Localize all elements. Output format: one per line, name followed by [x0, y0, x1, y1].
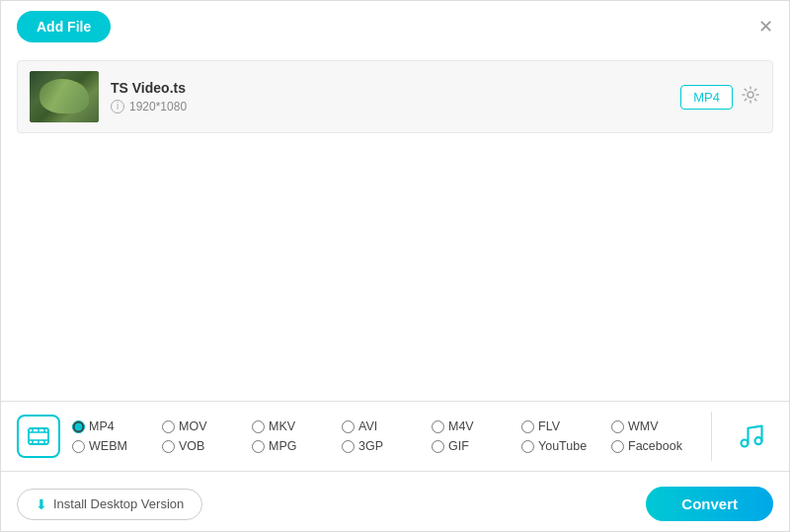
- file-meta: i 1920*1080: [111, 100, 680, 114]
- file-name: TS Video.ts: [111, 80, 680, 96]
- format-option-mkv[interactable]: MKV: [252, 419, 342, 433]
- format-label-mpg: MPG: [269, 439, 296, 453]
- format-label-youtube: YouTube: [538, 439, 587, 453]
- install-desktop-button[interactable]: ⬇ Install Desktop Version: [17, 489, 202, 520]
- radio-wmv[interactable]: [611, 420, 624, 433]
- close-button[interactable]: ✕: [758, 18, 773, 36]
- svg-point-10: [742, 440, 749, 447]
- format-label-flv: FLV: [538, 419, 560, 433]
- format-option-mp4[interactable]: MP4: [72, 419, 162, 433]
- format-option-3gp[interactable]: 3GP: [342, 439, 432, 453]
- thumbnail-image: [30, 71, 99, 122]
- format-label-facebook: Facebook: [628, 439, 682, 453]
- format-option-mov[interactable]: MOV: [162, 419, 252, 433]
- file-actions: MP4: [680, 85, 760, 110]
- format-label-webm: WEBM: [89, 439, 127, 453]
- format-label-wmv: WMV: [628, 419, 659, 433]
- radio-webm[interactable]: [72, 440, 85, 453]
- info-icon[interactable]: i: [111, 100, 124, 114]
- format-option-vob[interactable]: VOB: [162, 439, 252, 453]
- svg-point-0: [748, 92, 753, 98]
- format-option-flv[interactable]: FLV: [521, 419, 611, 433]
- file-thumbnail: [30, 71, 99, 122]
- music-icon[interactable]: [730, 415, 773, 458]
- file-info: TS Video.ts i 1920*1080: [111, 80, 680, 114]
- radio-mp4[interactable]: [72, 420, 85, 433]
- radio-mpg[interactable]: [252, 440, 265, 453]
- radio-avi[interactable]: [342, 420, 355, 433]
- install-label: Install Desktop Version: [53, 496, 184, 511]
- radio-gif[interactable]: [432, 440, 444, 453]
- convert-button[interactable]: Convert: [646, 487, 773, 521]
- radio-flv[interactable]: [521, 420, 534, 433]
- format-badge-button[interactable]: MP4: [680, 85, 733, 110]
- film-icon: [27, 424, 50, 448]
- vertical-divider: [711, 412, 712, 461]
- format-options-grid: MP4 MOV MKV AVI M4V FLV WMV WEBM: [72, 419, 701, 453]
- radio-vob[interactable]: [162, 440, 175, 453]
- video-format-icon: [17, 415, 60, 458]
- main-content: TS Video.ts i 1920*1080 MP4: [1, 52, 789, 141]
- format-option-mpg[interactable]: MPG: [252, 439, 342, 453]
- format-label-vob: VOB: [179, 439, 204, 453]
- radio-mov[interactable]: [162, 420, 175, 433]
- add-file-button[interactable]: Add File: [17, 11, 111, 42]
- format-label-m4v: M4V: [448, 419, 474, 433]
- format-label-avi: AVI: [358, 419, 377, 433]
- radio-youtube[interactable]: [521, 440, 534, 453]
- radio-facebook[interactable]: [611, 440, 624, 453]
- gear-icon: [741, 85, 760, 105]
- format-option-avi[interactable]: AVI: [342, 419, 432, 433]
- format-option-youtube[interactable]: YouTube: [521, 439, 611, 453]
- format-bar: MP4 MOV MKV AVI M4V FLV WMV WEBM: [1, 401, 789, 472]
- download-icon: ⬇: [36, 496, 47, 512]
- music-note-icon: [738, 422, 765, 450]
- settings-button[interactable]: [741, 85, 760, 110]
- file-item: TS Video.ts i 1920*1080 MP4: [17, 60, 773, 133]
- format-option-gif[interactable]: GIF: [432, 439, 521, 453]
- format-label-gif: GIF: [448, 439, 469, 453]
- format-label-mkv: MKV: [269, 419, 295, 433]
- format-label-mp4: MP4: [89, 419, 115, 433]
- footer: ⬇ Install Desktop Version Convert: [1, 477, 789, 531]
- radio-m4v[interactable]: [432, 420, 444, 433]
- format-option-m4v[interactable]: M4V: [432, 419, 521, 433]
- radio-mkv[interactable]: [252, 420, 265, 433]
- radio-3gp[interactable]: [342, 440, 355, 453]
- format-label-mov: MOV: [179, 419, 206, 433]
- svg-point-11: [755, 437, 762, 444]
- format-label-3gp: 3GP: [358, 439, 383, 453]
- header: Add File ✕: [1, 1, 789, 52]
- format-option-wmv[interactable]: WMV: [611, 419, 701, 433]
- format-option-facebook[interactable]: Facebook: [611, 439, 701, 453]
- format-option-webm[interactable]: WEBM: [72, 439, 162, 453]
- file-resolution: 1920*1080: [129, 100, 187, 114]
